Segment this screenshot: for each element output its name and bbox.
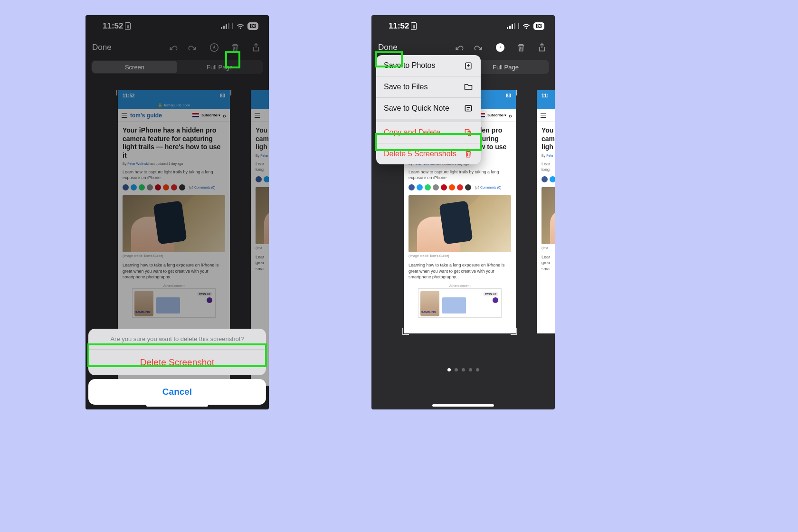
screenshot-card-next[interactable]: 11: Youcamligh By Pete Learlong (Ima Lea… — [537, 90, 555, 333]
svg-rect-5 — [465, 105, 471, 111]
save-photos-icon — [464, 61, 473, 70]
menu-copy-delete[interactable]: Copy and Delete — [376, 119, 481, 143]
signal-icon — [507, 23, 515, 29]
trash-icon — [464, 149, 473, 159]
undo-icon[interactable] — [452, 41, 465, 54]
menu-save-files[interactable]: Save to Files — [376, 76, 481, 98]
status-bar: 11:52 ▯ 83 — [371, 15, 555, 37]
delete-screenshot-button[interactable]: Delete Screenshot — [88, 349, 266, 375]
trash-icon[interactable] — [515, 41, 527, 54]
menu-save-photos[interactable]: Save to Photos — [376, 55, 481, 76]
focus-icon: ▯ — [411, 22, 417, 30]
share-icon[interactable] — [536, 41, 548, 54]
done-menu: Save to Photos Save to Files Save to Qui… — [376, 55, 481, 164]
menu-save-note[interactable]: Save to Quick Note — [376, 98, 481, 119]
svg-point-2 — [525, 28, 527, 29]
cancel-button[interactable]: Cancel — [88, 379, 266, 405]
menu-delete-screenshots[interactable]: Delete 5 Screenshots — [376, 143, 481, 164]
done-button[interactable]: Done — [378, 43, 398, 52]
markup-pen-icon[interactable] — [494, 41, 506, 54]
search-icon: ⌕ — [509, 113, 512, 118]
wifi-icon — [522, 23, 531, 29]
status-time: 11:52 — [389, 21, 409, 31]
home-indicator[interactable] — [146, 404, 208, 407]
folder-icon — [464, 82, 473, 92]
sheet-message: Are you sure you want to delete this scr… — [88, 329, 266, 349]
copy-trash-icon — [464, 128, 473, 137]
action-sheet: Are you sure you want to delete this scr… — [88, 329, 266, 405]
redo-icon[interactable] — [473, 41, 485, 54]
phone-left: 11:52 ▯ 83 Done Screen Full Page 11 — [86, 15, 269, 409]
battery-level: 83 — [533, 22, 544, 30]
home-indicator[interactable] — [432, 404, 494, 407]
note-icon — [464, 104, 473, 113]
phone-right: 11:52 ▯ 83 Done Screen Full Page 11:52 — [371, 15, 555, 409]
page-dots — [371, 368, 555, 371]
